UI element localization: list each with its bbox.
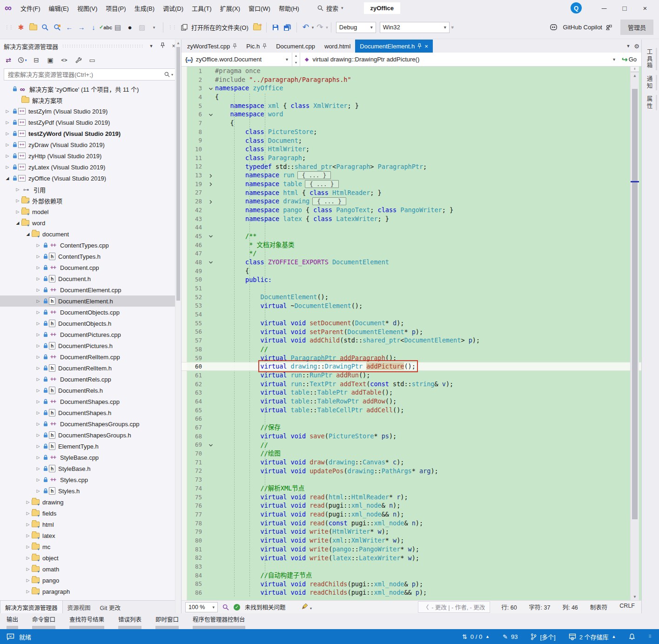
- gear-icon[interactable]: ⚙: [634, 43, 639, 50]
- collapsed-arrow-icon[interactable]: ▷: [34, 288, 42, 292]
- side-tab-[interactable]: 工具箱: [644, 48, 657, 70]
- collapsed-arrow-icon[interactable]: ▷: [24, 589, 32, 594]
- collapsed-region[interactable]: { ... }: [305, 180, 339, 188]
- tree-item-testzypdf-visual-studio-2019[interactable]: ▷++testZyPdf (Visual Studio 2019): [0, 117, 181, 128]
- side-tab-[interactable]: 通知: [644, 75, 657, 90]
- code-line-7[interactable]: 7 {: [182, 119, 641, 127]
- collapsed-arrow-icon[interactable]: ▷: [34, 243, 42, 248]
- sync-with-active-document-icon[interactable]: ⇄: [4, 55, 13, 65]
- tree-item-mc[interactable]: ▷mc: [0, 541, 181, 552]
- collapsed-arrow-icon[interactable]: ▷: [34, 455, 42, 460]
- collapsed-arrow-icon[interactable]: ▷: [24, 500, 32, 504]
- tree-item-documentrels-cpp[interactable]: ▷++DocumentRels.cpp: [0, 374, 181, 385]
- panel-tab-[interactable]: 查找符号结果: [69, 615, 104, 629]
- maximize-button[interactable]: □: [614, 3, 635, 13]
- code-line-8[interactable]: 8 class PictureStore;: [182, 127, 641, 136]
- panel-tab-[interactable]: 解决方案资源管理器: [0, 601, 63, 613]
- find-in-files-icon[interactable]: [40, 22, 51, 33]
- code-line-13[interactable]: 13 namespace run{ ... }: [182, 171, 641, 180]
- properties-wrench-icon[interactable]: [74, 55, 83, 65]
- code-line-4[interactable]: 4{: [182, 93, 641, 101]
- code-line-11[interactable]: 11 class Paragraph;: [182, 154, 641, 162]
- show-all-files-icon[interactable]: ▣: [46, 55, 55, 65]
- tree-item-documentpictures-cpp[interactable]: ▷++DocumentPictures.cpp: [0, 329, 181, 340]
- code-line-43[interactable]: 43 namespace latex { class LatexWriter; …: [182, 215, 641, 223]
- find-symbol-icon[interactable]: [52, 22, 63, 33]
- tree-item-zyoffice-visual-studio-2019[interactable]: ◢++zyOffice (Visual Studio 2019): [0, 173, 181, 184]
- menu-item-window[interactable]: 窗口(W): [244, 2, 275, 14]
- collapsed-arrow-icon[interactable]: ▷: [34, 489, 42, 493]
- code-line-75[interactable]: 75 virtual void read(html::HtmlReader* r…: [182, 493, 641, 502]
- expanded-arrow-icon[interactable]: ◢: [4, 176, 11, 181]
- tab-pic-h[interactable]: Pic.h: [242, 40, 271, 53]
- cursor-char[interactable]: 字符: 37: [529, 603, 551, 611]
- collapsed-arrow-icon[interactable]: ▷: [34, 399, 42, 404]
- collapsed-arrow-icon[interactable]: ▷: [34, 377, 42, 382]
- code-line-83[interactable]: 83: [182, 562, 641, 571]
- panel-tab-[interactable]: 命令窗口: [32, 615, 55, 629]
- pop-browse-context-icon[interactable]: ↓: [88, 22, 99, 33]
- tree-item-documentshapesgroups-h[interactable]: ▷hDocumentShapesGroups.h: [0, 429, 181, 441]
- tree-item-document-cpp[interactable]: ▷++Document.cpp: [0, 262, 181, 273]
- minimize-button[interactable]: ─: [594, 3, 614, 13]
- scope-dropdown[interactable]: {●●} zyOffice.word.Document ▾: [182, 53, 292, 66]
- code-line-76[interactable]: 76 virtual void read(pugi::xml_node& n);: [182, 501, 641, 510]
- code-line-60[interactable]: 60 virtual drawing::DrawingPtr addPictur…: [182, 362, 641, 371]
- collapsed-arrow-icon[interactable]: ▷: [4, 109, 11, 114]
- tree-item-object[interactable]: ▷object: [0, 552, 181, 564]
- scroll-up-icon[interactable]: ▲: [631, 72, 639, 79]
- spell-check-icon[interactable]: ✓abc: [100, 22, 111, 33]
- code-line-44[interactable]: 44: [182, 223, 641, 232]
- tab-zywordtest-cpp[interactable]: zyWordTest.cpp: [182, 40, 242, 53]
- code-line-56[interactable]: 56 virtual void setParent(DocumentElemen…: [182, 328, 641, 336]
- tree-item-document-h[interactable]: ▷hDocument.h: [0, 273, 181, 284]
- collapsed-arrow-icon[interactable]: ▷: [24, 578, 32, 583]
- collapsed-arrow-icon[interactable]: ▷: [34, 265, 42, 270]
- collapsed-arrow-icon[interactable]: ▷: [34, 343, 42, 348]
- collapsed-arrow-icon[interactable]: ▷: [4, 142, 11, 147]
- repository-picker[interactable]: 2 个存储库 ▲: [569, 632, 616, 641]
- collapsed-arrow-icon[interactable]: ▷: [14, 187, 21, 192]
- code-line-3[interactable]: 3namespace zyOffice: [182, 84, 641, 93]
- close-button[interactable]: ×: [635, 3, 655, 13]
- tab-documentelement-h[interactable]: DocumentElement.h×: [355, 40, 432, 53]
- pending-edits[interactable]: ✎ 93: [503, 633, 518, 640]
- feedback-icon[interactable]: [7, 633, 14, 640]
- member-dropdown[interactable]: ◆ virtual drawing::DrawingPtr addPicture…: [300, 53, 620, 66]
- panel-tab-[interactable]: 输出: [7, 615, 18, 629]
- code-line-72[interactable]: 72 virtual void updatePos(drawing::PathA…: [182, 467, 641, 476]
- tree-item-documentpictures-h[interactable]: ▷hDocumentPictures.h: [0, 340, 181, 351]
- collapsed-arrow-icon[interactable]: ▷: [34, 276, 42, 281]
- panel-tab-git[interactable]: Git 更改: [95, 601, 125, 613]
- tab-list-icon[interactable]: ▼: [626, 44, 630, 48]
- menu-item-view[interactable]: 视图(V): [73, 2, 101, 14]
- tree-item-documentelement-h[interactable]: ▷hDocumentElement.h: [0, 295, 181, 307]
- tree-item-documentshapes-h[interactable]: ▷hDocumentShapes.h: [0, 407, 181, 418]
- collapsed-arrow-icon[interactable]: ▷: [34, 466, 42, 471]
- tree-item-[interactable]: 解决方案项: [0, 94, 181, 106]
- tree-item-zyhttp-visual-studio-2019[interactable]: ▷++zyHttp (Visual Studio 2019): [0, 150, 181, 161]
- collapsed-arrow-icon[interactable]: ▷: [24, 556, 32, 560]
- paste-icon[interactable]: ▤: [112, 22, 123, 33]
- scrollbar-thumb[interactable]: [632, 89, 638, 519]
- navigate-backward-icon[interactable]: ←: [64, 22, 75, 33]
- indent-mode[interactable]: 制表符: [590, 603, 608, 611]
- code-line-55[interactable]: 55 virtual void setDocument(Document* d)…: [182, 319, 641, 328]
- undo-dropdown-icon[interactable]: ▾: [312, 25, 314, 30]
- scope-spinner[interactable]: ▲▼: [292, 53, 300, 66]
- editor-scrollbar[interactable]: ⇕ ▲ ▼: [630, 67, 639, 600]
- breakpoint-icon[interactable]: ●: [124, 22, 135, 33]
- collapsed-arrow-icon[interactable]: ▷: [24, 522, 32, 527]
- collapsed-arrow-icon[interactable]: ▷: [34, 310, 42, 315]
- collapsed-arrow-icon[interactable]: ▷: [34, 410, 42, 415]
- open-containing-folder-icon[interactable]: [179, 22, 190, 33]
- expanded-arrow-icon[interactable]: ◢: [14, 221, 21, 225]
- pin-icon[interactable]: [233, 43, 237, 49]
- collapsed-arrow-icon[interactable]: ▷: [24, 544, 32, 549]
- menu-item-project[interactable]: 项目(P): [101, 2, 130, 14]
- open-containing-folder-button[interactable]: 打开所在的文件夹(O): [191, 23, 249, 32]
- code-line-28[interactable]: 28 namespace drawing{ ... }: [182, 197, 641, 206]
- scrollbar-thumb[interactable]: [176, 47, 180, 301]
- side-tab-[interactable]: 属性: [644, 95, 657, 110]
- code-line-66[interactable]: 66: [182, 415, 641, 423]
